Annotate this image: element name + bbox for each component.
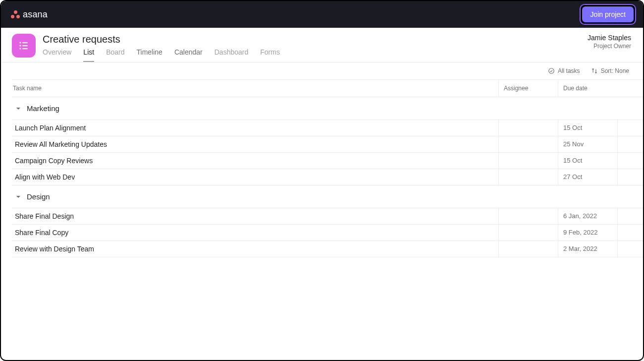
task-assignee[interactable] — [498, 153, 558, 169]
tab-timeline[interactable]: Timeline — [137, 48, 162, 62]
svg-point-2 — [19, 48, 21, 49]
sort-label: Sort: None — [601, 67, 629, 74]
task-due-date[interactable]: 15 Oct — [558, 153, 617, 169]
task-name: Align with Web Dev — [12, 169, 498, 185]
sort-icon — [591, 67, 598, 74]
col-header-assignee: Assignee — [498, 80, 558, 97]
owner-name: Jamie Staples — [588, 34, 631, 42]
brand[interactable]: asana — [11, 9, 48, 20]
tab-overview[interactable]: Overview — [43, 48, 71, 62]
project-icon — [12, 34, 36, 58]
list-icon — [18, 40, 30, 52]
tab-list[interactable]: List — [83, 48, 94, 62]
tab-calendar[interactable]: Calendar — [174, 48, 203, 62]
svg-rect-5 — [22, 48, 28, 49]
task-due-date[interactable]: 9 Feb, 2022 — [558, 225, 617, 241]
svg-point-0 — [19, 42, 21, 43]
task-row[interactable]: Review with Design Team2 Mar, 2022 — [12, 241, 643, 257]
join-project-highlight: Join project — [580, 4, 636, 25]
check-circle-icon — [548, 67, 555, 74]
task-due-date[interactable]: 2 Mar, 2022 — [558, 241, 617, 257]
task-due-date[interactable]: 6 Jan, 2022 — [558, 208, 617, 224]
sort-control[interactable]: Sort: None — [591, 67, 629, 74]
chevron-down-icon — [16, 106, 21, 111]
svg-rect-4 — [22, 45, 28, 46]
asana-logo-icon — [11, 10, 20, 19]
task-row[interactable]: Share Final Design6 Jan, 2022 — [12, 208, 643, 225]
task-assignee[interactable] — [498, 208, 558, 224]
task-row[interactable]: Launch Plan Alignment15 Oct — [12, 120, 643, 136]
section-header[interactable]: Marketing — [12, 97, 643, 120]
task-extra — [617, 136, 643, 152]
task-name: Share Final Design — [12, 208, 498, 224]
task-name: Campaign Copy Reviews — [12, 153, 498, 169]
task-assignee[interactable] — [498, 169, 558, 185]
section-header[interactable]: Design — [12, 185, 643, 208]
tab-forms[interactable]: Forms — [260, 48, 280, 62]
brand-name: asana — [23, 9, 48, 20]
task-extra — [617, 153, 643, 169]
task-row[interactable]: Align with Web Dev27 Oct — [12, 169, 643, 185]
list-toolbar: All tasks Sort: None — [1, 62, 643, 79]
task-extra — [617, 120, 643, 136]
filter-all-tasks[interactable]: All tasks — [548, 67, 580, 74]
column-headers: Task name Assignee Due date — [12, 79, 643, 97]
task-assignee[interactable] — [498, 136, 558, 152]
col-header-due: Due date — [558, 80, 617, 97]
section-title: Design — [27, 192, 50, 201]
task-extra — [617, 241, 643, 257]
chevron-down-icon — [16, 194, 21, 199]
task-extra — [617, 208, 643, 224]
task-assignee[interactable] — [498, 225, 558, 241]
task-assignee[interactable] — [498, 241, 558, 257]
col-header-task: Task name — [12, 80, 498, 97]
task-row[interactable]: Share Final Copy9 Feb, 2022 — [12, 225, 643, 241]
svg-point-6 — [549, 68, 554, 74]
task-assignee[interactable] — [498, 120, 558, 136]
task-name: Launch Plan Alignment — [12, 120, 498, 136]
svg-rect-3 — [22, 42, 28, 43]
section-title: Marketing — [27, 104, 59, 113]
filter-label: All tasks — [558, 67, 580, 74]
task-due-date[interactable]: 25 Nov — [558, 136, 617, 152]
task-due-date[interactable]: 15 Oct — [558, 120, 617, 136]
tab-board[interactable]: Board — [106, 48, 124, 62]
join-project-button[interactable]: Join project — [582, 6, 634, 22]
task-row[interactable]: Campaign Copy Reviews15 Oct — [12, 153, 643, 169]
topbar: asana Join project — [1, 1, 643, 28]
task-name: Review All Marketing Updates — [12, 136, 498, 152]
task-due-date[interactable]: 27 Oct — [558, 169, 617, 185]
project-owner: Jamie Staples Project Owner — [588, 34, 632, 50]
task-name: Share Final Copy — [12, 225, 498, 241]
task-row[interactable]: Review All Marketing Updates25 Nov — [12, 136, 643, 153]
tab-dashboard[interactable]: Dashboard — [215, 48, 249, 62]
task-list: MarketingLaunch Plan Alignment15 OctRevi… — [12, 97, 643, 360]
project-title: Creative requests — [43, 34, 588, 45]
svg-point-1 — [19, 45, 21, 46]
task-name: Review with Design Team — [12, 241, 498, 257]
task-extra — [617, 225, 643, 241]
owner-role: Project Owner — [588, 43, 631, 50]
project-meta: Creative requests OverviewListBoardTimel… — [43, 34, 588, 62]
project-tabs: OverviewListBoardTimelineCalendarDashboa… — [43, 48, 588, 62]
project-header: Creative requests OverviewListBoardTimel… — [1, 28, 643, 62]
task-extra — [617, 169, 643, 185]
